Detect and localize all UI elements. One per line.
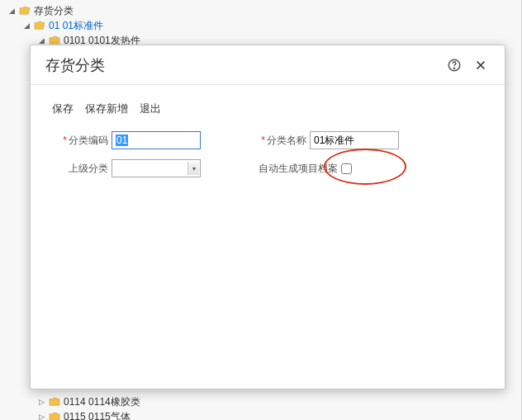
- autogen-label: 自动生成项目档案: [259, 162, 338, 176]
- chevron-down-icon[interactable]: ▾: [187, 162, 199, 175]
- expand-icon[interactable]: ▷: [36, 412, 46, 420]
- form-item-name: *分类名称: [250, 131, 465, 149]
- tree-node-root[interactable]: ◢ 存货分类: [0, 3, 521, 18]
- tree-label: 0115 0115气体: [64, 410, 130, 421]
- dialog-body: 保存 保存新增 退出 *分类编码 01 *分类名称 上级分类 ▾: [31, 85, 505, 204]
- save-button[interactable]: 保存: [52, 101, 74, 116]
- tree-label: 存货分类: [34, 4, 74, 18]
- tree-node-0115[interactable]: ▷ 0115 0115气体: [0, 409, 521, 420]
- name-input[interactable]: [310, 131, 399, 149]
- folder-open-icon: [18, 5, 31, 17]
- folder-open-icon: [33, 20, 46, 31]
- code-input[interactable]: 01: [112, 131, 201, 149]
- expand-icon[interactable]: ▷: [36, 397, 46, 407]
- parent-label: 上级分类: [52, 162, 108, 176]
- folder-icon: [48, 396, 61, 408]
- exit-button[interactable]: 退出: [140, 101, 161, 116]
- form-item-parent: 上级分类 ▾: [52, 159, 250, 177]
- save-new-button[interactable]: 保存新增: [85, 101, 128, 116]
- help-icon[interactable]: [445, 56, 463, 74]
- svg-point-1: [453, 68, 454, 68]
- parent-select[interactable]: ▾: [112, 159, 201, 177]
- tree-node-0114[interactable]: ▷ 0114 0114橡胶类: [0, 394, 521, 409]
- autogen-checkbox[interactable]: [341, 163, 352, 174]
- form-item-autogen: 自动生成项目档案: [259, 159, 473, 177]
- tree-node-01[interactable]: ◢ 01 01标准件: [0, 18, 521, 33]
- code-label: *分类编码: [52, 134, 108, 148]
- tree-label: 0114 0114橡胶类: [64, 395, 140, 409]
- edit-dialog: 存货分类 保存 保存新增 退出 *分类编码 01 *分类名称: [30, 45, 505, 389]
- dialog-title: 存货分类: [45, 55, 445, 75]
- close-icon[interactable]: [472, 56, 490, 74]
- folder-icon: [48, 411, 61, 420]
- form-grid: *分类编码 01 *分类名称 上级分类 ▾ 自动生成项目档案: [52, 131, 483, 187]
- collapse-icon[interactable]: ◢: [21, 21, 31, 31]
- action-row: 保存 保存新增 退出: [52, 101, 483, 116]
- tree-label: 01 01标准件: [49, 19, 103, 33]
- dialog-header: 存货分类: [31, 45, 505, 85]
- form-item-code: *分类编码 01: [52, 131, 250, 149]
- collapse-icon[interactable]: ◢: [7, 6, 17, 16]
- name-label: *分类名称: [250, 134, 306, 148]
